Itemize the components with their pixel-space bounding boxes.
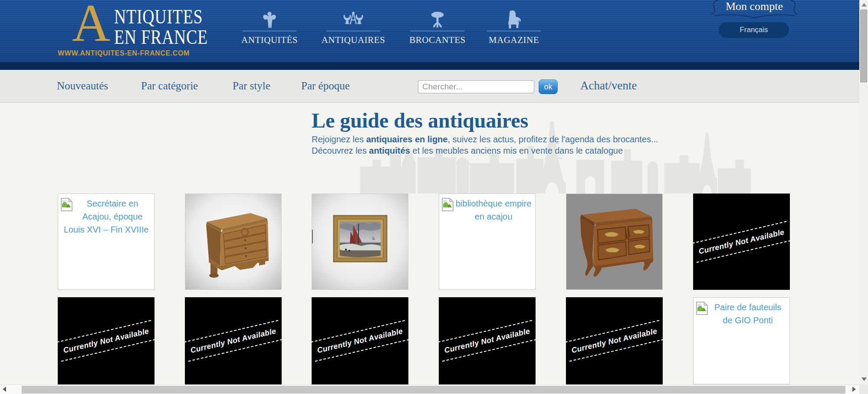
product-card-unavailable[interactable]: Currently Not Available — [693, 194, 790, 290]
intro-bold-text: antiquités — [369, 146, 410, 155]
topnav-label: ANTIQUAIRES — [319, 35, 388, 46]
vertical-scrollbar[interactable] — [859, 0, 868, 384]
product-card-photo-commode[interactable] — [566, 194, 663, 290]
product-alt-text-wrap: bibliothèque empire en acajou — [442, 197, 533, 223]
product-card-unavailable[interactable]: Currently Not Available — [566, 297, 663, 384]
intro-text: et les meubles anciens mis en vente dans… — [410, 146, 623, 155]
account-link[interactable]: Mon compte — [711, 0, 798, 13]
broken-image-icon — [696, 302, 708, 315]
subnav-par-style[interactable]: Par style — [233, 80, 270, 92]
unavailable-label: Currently Not Available — [312, 320, 408, 362]
product-card-broken-image[interactable]: Secrétaire en Acajou, époque Louis XVI –… — [58, 194, 155, 290]
account-label: Mon compte — [711, 0, 798, 13]
header-bottom-strip — [0, 62, 868, 70]
intro-bold-text: antiquaires en ligne — [366, 135, 448, 144]
topnav-antiquites[interactable]: ANTIQUITÉS — [235, 10, 304, 46]
unavailable-label: Currently Not Available — [58, 320, 155, 362]
scrollbar-corner — [859, 384, 868, 394]
pedestal-table-icon — [403, 10, 472, 29]
intro-text: , suivez les actus, profitez de l'agenda… — [447, 135, 658, 144]
scroll-up-icon[interactable] — [861, 3, 867, 7]
horizontal-scrollbar[interactable] — [0, 384, 859, 394]
search-input[interactable] — [418, 80, 534, 93]
topnav-label: BROCANTES — [403, 35, 472, 46]
broken-image-icon — [442, 198, 454, 211]
topnav-brocantes[interactable]: BROCANTES — [403, 10, 472, 46]
logo-line2: EN FRANCE — [114, 27, 208, 47]
product-card-broken-image[interactable]: Paire de fauteuils de GIO Ponti — [693, 297, 790, 384]
logo-initial-a: A — [72, 0, 110, 49]
topnav-label: ANTIQUITÉS — [235, 35, 304, 46]
site-logo[interactable]: A NTIQUITES EN FRANCE WWW.ANTIQUITES-EN-… — [58, 2, 197, 59]
product-alt-text: Secrétaire en Acajou, époque Louis XVI –… — [64, 199, 149, 234]
product-card-unavailable[interactable]: Currently Not Available — [312, 297, 408, 384]
product-card-photo-commode[interactable] — [185, 194, 282, 290]
product-card-unavailable[interactable]: Currently Not Available — [185, 297, 282, 384]
logo-url: WWW.ANTIQUITES-EN-FRANCE.COM — [58, 49, 190, 57]
scroll-right-icon[interactable] — [852, 387, 856, 392]
product-photo-commode-louis-xv — [566, 194, 662, 289]
product-card-broken-image[interactable]: bibliothèque empire en acajou — [439, 194, 536, 290]
product-card-unavailable[interactable]: Currently Not Available — [58, 297, 155, 384]
vases-compass-icon — [319, 10, 388, 29]
product-alt-text-wrap: Paire de fauteuils de GIO Ponti — [696, 301, 787, 327]
cherub-icon — [235, 10, 304, 29]
product-photo-marine-painting — [312, 194, 408, 289]
unavailable-label: Currently Not Available — [693, 221, 790, 263]
subnav-nouveautes[interactable]: Nouveautés — [57, 80, 108, 92]
subnav-bar: Nouveautés Par catégorie Par style Par é… — [0, 70, 868, 103]
armchair-icon — [479, 10, 549, 29]
subnav-par-categorie[interactable]: Par catégorie — [141, 80, 198, 92]
horizontal-scroll-thumb[interactable] — [22, 386, 845, 394]
main-content: Le guide des antiquaires Rejoignez les a… — [0, 103, 868, 384]
topnav-underline — [243, 31, 296, 31]
vertical-scroll-thumb[interactable] — [860, 10, 867, 82]
antiquites-en-france-page: A NTIQUITES EN FRANCE WWW.ANTIQUITES-EN-… — [0, 0, 868, 394]
product-card-unavailable[interactable]: Currently Not Available — [439, 297, 536, 384]
intro-line-1: Rejoignez les antiquaires en ligne, suiv… — [312, 135, 658, 144]
product-alt-text: bibliothèque empire en acajou — [456, 199, 532, 221]
scroll-left-icon[interactable] — [3, 387, 6, 392]
intro-line-2: Découvrez les antiquités et les meubles … — [312, 146, 623, 156]
product-alt-text: Paire de fauteuils de GIO Ponti — [714, 302, 782, 325]
unavailable-label: Currently Not Available — [185, 320, 282, 362]
intro-text: Rejoignez les — [312, 135, 366, 144]
topnav-magazine[interactable]: MAGAZINE — [479, 10, 549, 46]
topnav-underline — [326, 31, 380, 31]
intro-text: Découvrez les — [312, 146, 369, 155]
topnav-label: MAGAZINE — [479, 35, 549, 46]
product-card-photo-painting[interactable] — [312, 194, 408, 290]
topnav-underline — [411, 31, 464, 31]
product-alt-text-wrap: Secrétaire en Acajou, époque Louis XVI –… — [61, 197, 151, 236]
subnav-achat-vente[interactable]: Achat/vente — [580, 79, 637, 92]
broken-image-icon — [61, 198, 72, 211]
unavailable-label: Currently Not Available — [566, 320, 663, 362]
topnav-antiquaires[interactable]: ANTIQUAIRES — [319, 10, 388, 46]
logo-line1: NTIQUITES — [114, 7, 203, 27]
subnav-par-epoque[interactable]: Par époque — [301, 80, 350, 92]
page-title: Le guide des antiquaires — [312, 108, 528, 132]
scroll-down-icon[interactable] — [861, 378, 867, 381]
unavailable-label: Currently Not Available — [439, 320, 536, 362]
product-photo-commode-louis-philippe — [185, 194, 281, 289]
language-button[interactable]: Français — [719, 22, 789, 38]
search-ok-button[interactable]: ok — [539, 79, 558, 94]
topnav-underline — [487, 31, 541, 31]
